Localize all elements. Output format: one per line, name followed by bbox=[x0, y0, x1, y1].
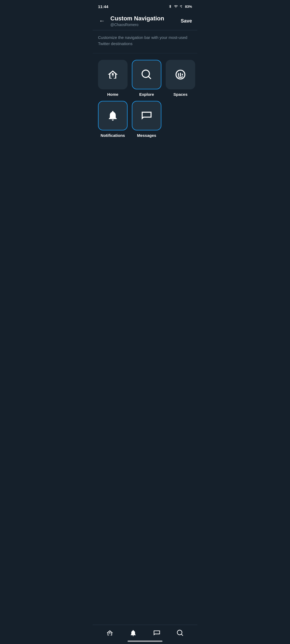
username-subtitle: @ChaosRomero bbox=[110, 23, 164, 27]
nav-grid-row1: Home Explore Spaces bbox=[98, 60, 192, 97]
header-left: ← Custom Navigation @ChaosRomero bbox=[98, 15, 164, 27]
nav-item-messages[interactable]: Messages bbox=[132, 101, 161, 138]
nav-item-empty bbox=[166, 101, 192, 138]
description-text: Customize the navigation bar with your m… bbox=[93, 30, 197, 53]
save-button[interactable]: Save bbox=[181, 18, 192, 24]
nav-label-explore: Explore bbox=[139, 92, 154, 97]
explore-icon bbox=[141, 69, 153, 80]
page-title: Custom Navigation bbox=[110, 15, 164, 22]
back-button[interactable]: ← bbox=[98, 17, 106, 25]
nav-item-notifications[interactable]: Notifications bbox=[98, 101, 128, 138]
nav-label-home: Home bbox=[107, 92, 118, 97]
messages-icon bbox=[141, 110, 153, 122]
nav-icon-box-explore bbox=[132, 60, 161, 89]
header-title-block: Custom Navigation @ChaosRomero bbox=[110, 15, 164, 27]
svg-point-0 bbox=[112, 73, 114, 75]
home-icon bbox=[107, 69, 119, 80]
nav-grid-row2: Notifications Messages bbox=[98, 101, 192, 138]
status-time: 11:44 bbox=[98, 4, 108, 9]
spaces-icon bbox=[175, 69, 186, 80]
nav-label-spaces: Spaces bbox=[173, 92, 188, 97]
nav-icon-box-home bbox=[98, 60, 128, 89]
nav-item-home[interactable]: Home bbox=[98, 60, 128, 97]
nav-icon-box-notifications bbox=[98, 101, 128, 130]
nav-icon-box-spaces bbox=[166, 60, 195, 89]
status-bar: 11:44 83% bbox=[93, 0, 197, 12]
nav-item-explore[interactable]: Explore bbox=[132, 60, 161, 97]
battery-status: 83% bbox=[185, 5, 192, 9]
nav-grid-container: Home Explore Spaces bbox=[93, 53, 197, 144]
nav-icon-box-messages bbox=[132, 101, 161, 130]
wifi-icon bbox=[174, 5, 178, 8]
bluetooth-icon bbox=[168, 5, 172, 8]
nav-label-messages: Messages bbox=[137, 133, 156, 138]
signal-icon bbox=[180, 5, 183, 8]
nav-item-spaces[interactable]: Spaces bbox=[166, 60, 195, 97]
page-header: ← Custom Navigation @ChaosRomero Save bbox=[93, 12, 197, 30]
status-icons: 83% bbox=[168, 5, 192, 9]
nav-label-notifications: Notifications bbox=[101, 133, 125, 138]
notifications-icon bbox=[107, 110, 119, 122]
